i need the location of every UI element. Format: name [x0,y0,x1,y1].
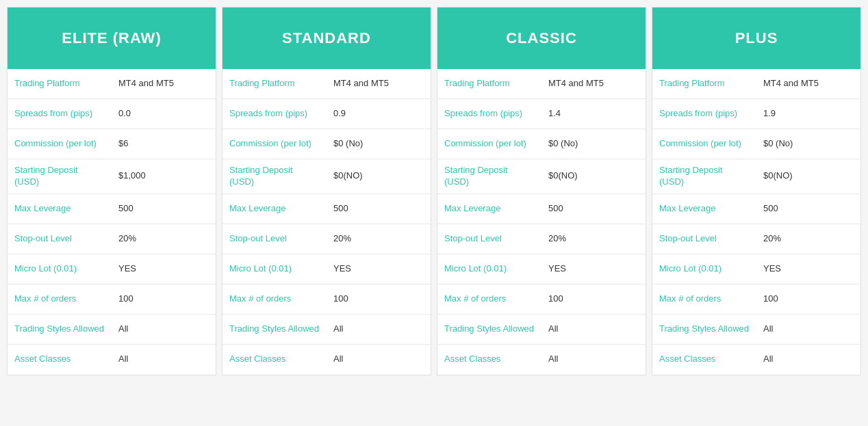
label-standard-4: Max Leverage [222,194,327,224]
value-plus-8: All [756,315,860,344]
value-elite-raw-6: YES [112,254,216,284]
label-classic-7: Max # of orders [437,284,541,314]
row-classic-0: Trading PlatformMT4 and MT5 [437,69,646,99]
row-classic-3: Starting Deposit (USD)$0(NO) [437,159,646,194]
row-standard-7: Max # of orders100 [222,284,431,315]
value-classic-7: 100 [541,284,646,314]
value-classic-3: $0(NO) [541,159,646,194]
row-classic-8: Trading Styles AllowedAll [437,315,646,345]
value-standard-9: All [327,345,431,375]
value-elite-raw-4: 500 [112,194,216,224]
row-standard-9: Asset ClassesAll [222,345,431,375]
card-standard: STANDARDTrading PlatformMT4 and MT5Sprea… [222,7,431,375]
row-standard-3: Starting Deposit (USD)$0(NO) [222,159,431,194]
value-elite-raw-0: MT4 and MT5 [112,69,216,98]
row-elite-raw-3: Starting Deposit (USD)$1,000 [8,159,216,194]
value-standard-7: 100 [327,284,431,314]
value-standard-8: All [327,315,431,344]
value-elite-raw-9: All [112,345,216,375]
label-standard-1: Spreads from (pips) [222,99,327,129]
value-standard-6: YES [327,254,431,284]
value-elite-raw-5: 20% [112,224,216,254]
value-standard-4: 500 [327,194,431,224]
row-standard-0: Trading PlatformMT4 and MT5 [222,69,431,99]
label-classic-4: Max Leverage [437,194,541,224]
value-elite-raw-2: $6 [112,129,216,159]
value-plus-7: 100 [756,284,860,314]
label-classic-5: Stop-out Level [437,224,541,254]
card-header-classic: CLASSIC [437,8,646,69]
row-classic-5: Stop-out Level20% [437,224,646,254]
label-classic-6: Micro Lot (0.01) [437,254,541,284]
label-standard-5: Stop-out Level [222,224,327,254]
value-elite-raw-8: All [112,315,216,344]
label-plus-2: Commission (per lot) [652,129,756,159]
row-plus-3: Starting Deposit (USD)$0(NO) [652,159,860,194]
value-standard-1: 0.9 [327,99,431,129]
value-classic-1: 1.4 [541,99,646,129]
value-classic-9: All [541,345,646,375]
row-elite-raw-5: Stop-out Level20% [8,224,216,254]
value-plus-4: 500 [756,194,860,224]
label-plus-1: Spreads from (pips) [652,99,756,129]
label-standard-0: Trading Platform [222,69,327,98]
label-standard-3: Starting Deposit (USD) [222,159,327,194]
card-header-elite-raw: ELITE (RAW) [8,8,216,69]
label-plus-6: Micro Lot (0.01) [652,254,756,284]
label-elite-raw-4: Max Leverage [8,194,112,224]
label-plus-4: Max Leverage [652,194,756,224]
value-standard-5: 20% [327,224,431,254]
row-standard-2: Commission (per lot)$0 (No) [222,129,431,159]
label-plus-8: Trading Styles Allowed [652,315,756,344]
row-elite-raw-8: Trading Styles AllowedAll [8,315,216,345]
value-standard-0: MT4 and MT5 [327,69,431,98]
label-standard-9: Asset Classes [222,345,327,375]
label-plus-7: Max # of orders [652,284,756,314]
row-plus-7: Max # of orders100 [652,284,860,315]
row-standard-8: Trading Styles AllowedAll [222,315,431,345]
row-elite-raw-1: Spreads from (pips)0.0 [8,99,216,129]
row-classic-4: Max Leverage500 [437,194,646,224]
row-plus-4: Max Leverage500 [652,194,860,224]
comparison-grid: ELITE (RAW)Trading PlatformMT4 and MT5Sp… [7,7,861,375]
card-elite-raw: ELITE (RAW)Trading PlatformMT4 and MT5Sp… [7,7,216,375]
row-classic-6: Micro Lot (0.01)YES [437,254,646,284]
value-plus-1: 1.9 [756,99,860,129]
row-classic-1: Spreads from (pips)1.4 [437,99,646,129]
value-classic-0: MT4 and MT5 [541,69,646,98]
label-elite-raw-3: Starting Deposit (USD) [8,159,112,194]
row-standard-5: Stop-out Level20% [222,224,431,254]
row-plus-0: Trading PlatformMT4 and MT5 [652,69,860,99]
label-standard-8: Trading Styles Allowed [222,315,327,344]
value-plus-3: $0(NO) [756,159,860,194]
label-elite-raw-8: Trading Styles Allowed [8,315,112,344]
label-plus-0: Trading Platform [652,69,756,98]
value-elite-raw-1: 0.0 [112,99,216,129]
label-classic-1: Spreads from (pips) [437,99,541,129]
row-classic-9: Asset ClassesAll [437,345,646,375]
label-standard-7: Max # of orders [222,284,327,314]
label-elite-raw-2: Commission (per lot) [8,129,112,159]
row-plus-2: Commission (per lot)$0 (No) [652,129,860,159]
row-plus-5: Stop-out Level20% [652,224,860,254]
row-plus-1: Spreads from (pips)1.9 [652,99,860,129]
label-classic-2: Commission (per lot) [437,129,541,159]
label-classic-3: Starting Deposit (USD) [437,159,541,194]
card-classic: CLASSICTrading PlatformMT4 and MT5Spread… [437,7,646,375]
value-classic-6: YES [541,254,646,284]
row-classic-2: Commission (per lot)$0 (No) [437,129,646,159]
label-elite-raw-9: Asset Classes [8,345,112,375]
row-standard-6: Micro Lot (0.01)YES [222,254,431,284]
value-standard-3: $0(NO) [327,159,431,194]
row-elite-raw-7: Max # of orders100 [8,284,216,315]
label-elite-raw-7: Max # of orders [8,284,112,314]
value-plus-5: 20% [756,224,860,254]
value-elite-raw-3: $1,000 [112,159,216,194]
row-elite-raw-2: Commission (per lot)$6 [8,129,216,159]
row-elite-raw-9: Asset ClassesAll [8,345,216,375]
row-standard-4: Max Leverage500 [222,194,431,224]
label-classic-9: Asset Classes [437,345,541,375]
label-elite-raw-1: Spreads from (pips) [8,99,112,129]
value-classic-2: $0 (No) [541,129,646,159]
card-header-plus: PLUS [652,8,860,69]
